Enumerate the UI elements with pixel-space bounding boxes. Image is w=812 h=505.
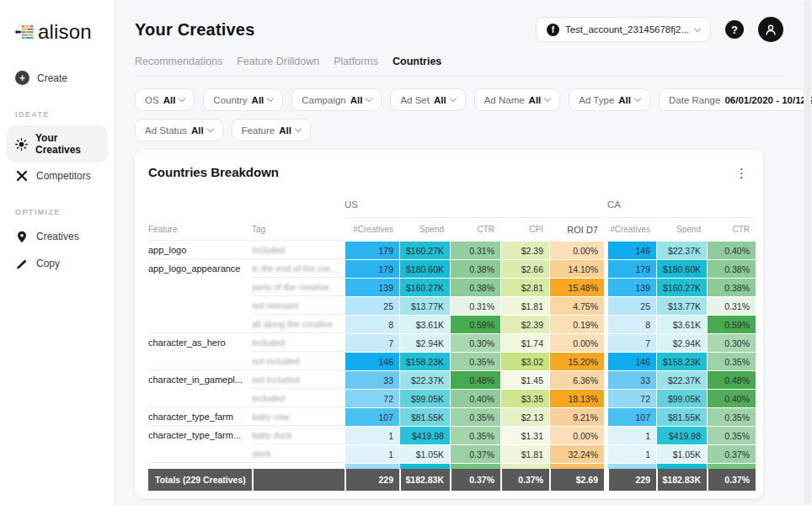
heatmap-cell: 0.31%	[707, 296, 756, 315]
group-header-ca: CA	[607, 199, 756, 218]
filter-row-2: Ad StatusAllFeatureAll	[135, 119, 785, 141]
heatmap-cell-partial	[450, 463, 500, 469]
heatmap-cell: 0.35%	[707, 352, 756, 370]
filter-label: Ad Status	[145, 125, 187, 136]
heatmap-cell: 0.37%	[707, 444, 756, 463]
heatmap-cell: 139	[607, 278, 656, 296]
heatmap-cell: 8	[345, 315, 399, 333]
heatmap-cell: 0.35%	[450, 407, 500, 426]
heatmap-cell: 0.48%	[450, 370, 500, 389]
filter-chip-country[interactable]: CountryAll	[203, 88, 283, 111]
column-header--creatives[interactable]: #Creatives	[607, 225, 656, 234]
sidebar-section-label: IDEATE	[15, 110, 115, 119]
chevron-down-icon	[267, 95, 274, 102]
tab-feature-drilldown[interactable]: Feature Drilldown	[237, 56, 319, 76]
tab-platforms[interactable]: Platforms	[334, 56, 378, 76]
vertical-scrollbar[interactable]	[804, 0, 811, 505]
help-button[interactable]: ?	[725, 20, 744, 39]
heatmap-cell: 179	[345, 241, 399, 259]
filter-label: Campaign	[302, 95, 345, 105]
sidebar-item-your-creatives[interactable]: Your Creatives	[7, 125, 108, 162]
filter-chip-os[interactable]: OSAll	[135, 88, 195, 111]
heatmap-cell: $22.37K	[399, 370, 450, 389]
heatmap-cell-partial	[345, 463, 399, 469]
heatmap-cell: 0.38%	[707, 259, 756, 278]
heatmap-cell: $180.60K	[399, 259, 450, 278]
filter-label: Ad Type	[579, 95, 614, 105]
column-header-spend[interactable]: Spend	[656, 225, 707, 234]
heatmap-cell: 0.30%	[707, 333, 756, 352]
feature-cell	[148, 278, 252, 296]
filter-chip-ad-name[interactable]: Ad NameAll	[474, 88, 561, 111]
account-selector[interactable]: f Test_account_23145678fj2...	[536, 17, 711, 42]
heatmap-cell: $1.74	[500, 333, 549, 352]
tab-recommendations[interactable]: Recommendations	[135, 56, 222, 76]
column-header-cpi[interactable]: CPI	[500, 225, 549, 234]
heatmap-cell: 0.31%	[450, 296, 500, 315]
tab-countries[interactable]: Countries	[393, 56, 441, 76]
heatmap-cell: 0.31%	[450, 241, 500, 259]
column-header-roi-d7[interactable]: ROI D7	[549, 225, 604, 235]
date-range-filter[interactable]: Date Range 06/01/2020 - 10/12/2020	[659, 88, 812, 111]
sidebar-item-label: Creatives	[36, 231, 79, 242]
kebab-menu-icon[interactable]: ⋮	[732, 165, 751, 181]
heatmap-cell: $81.55K	[656, 407, 707, 426]
pin-icon	[15, 230, 29, 243]
column-header-spend[interactable]: Spend	[399, 225, 450, 234]
sidebar-item-label: Your Creatives	[35, 132, 99, 156]
account-name: Test_account_23145678fj2...	[565, 24, 689, 35]
heatmap-cell: 0.40%	[707, 389, 756, 407]
feature-cell: app_logo_appearance	[148, 259, 252, 278]
x-icon	[15, 169, 29, 183]
column-header-ctr[interactable]: CTR	[707, 225, 756, 234]
pen-icon	[15, 257, 29, 270]
tag-cell: baby duck	[252, 426, 345, 444]
totals-cell: 229	[345, 469, 399, 491]
heatmap-cell: 9.21%	[549, 407, 604, 426]
create-button[interactable]: + Create	[7, 64, 108, 92]
heatmap-cell: 25	[345, 296, 399, 315]
table-row: character_type_farm...baby duck1$419.980…	[148, 426, 763, 444]
filter-chip-ad-status[interactable]: Ad StatusAll	[135, 119, 223, 141]
filter-chip-ad-type[interactable]: Ad TypeAll	[569, 88, 650, 111]
heatmap-cell-partial	[607, 463, 656, 469]
topbar: Your Creatives f Test_account_23145678fj…	[116, 0, 804, 42]
heatmap-cell: 0.38%	[450, 278, 500, 296]
heatmap-cell: $2.13	[500, 407, 549, 426]
column-header-ctr[interactable]: CTR	[450, 225, 500, 234]
heatmap-cell: $22.37K	[656, 241, 707, 259]
filter-chip-campaign[interactable]: CampaignAll	[291, 88, 382, 111]
heatmap-cell: 0.40%	[450, 389, 500, 407]
heatmap-cell: 107	[345, 407, 399, 426]
feature-cell	[148, 315, 252, 333]
logo-text: alison	[38, 20, 92, 44]
feature-cell	[148, 389, 252, 407]
heatmap-cell: 1	[345, 426, 399, 444]
heatmap-cell: $3.02	[500, 352, 549, 370]
column-header--creatives[interactable]: #Creatives	[345, 225, 399, 234]
card-title: Countries Breakdown	[148, 165, 279, 179]
filter-value: All	[279, 125, 291, 136]
sidebar-item-creatives[interactable]: Creatives	[7, 223, 108, 250]
sidebar-item-competitors[interactable]: Competitors	[7, 162, 108, 189]
filter-chip-ad-set[interactable]: Ad SetAll	[390, 88, 465, 111]
date-range-value: 06/01/2020 - 10/12/2020	[724, 95, 812, 105]
create-label: Create	[37, 72, 67, 84]
heatmap-cell: $2.81	[500, 278, 549, 296]
chevron-down-icon	[366, 95, 372, 102]
filter-chip-feature[interactable]: FeatureAll	[232, 119, 311, 141]
heatmap-cell: $1.81	[500, 444, 549, 463]
heatmap-cell: 8	[607, 315, 656, 333]
column-header-feature[interactable]: Feature	[148, 218, 252, 241]
heatmap-cell: $2.94K	[399, 333, 450, 352]
table-row: app_logoincluded179$160.27K0.31%$2.390.0…	[148, 241, 763, 259]
heatmap-cell-partial	[399, 463, 450, 469]
heatmap-cell: 0.35%	[707, 407, 756, 426]
filter-label: Ad Set	[400, 95, 430, 105]
avatar[interactable]	[758, 17, 783, 42]
heatmap-cell: $419.98	[399, 426, 450, 444]
sidebar-item-copy[interactable]: Copy	[7, 250, 108, 277]
table-row: not relevant25$13.77K0.31%$1.814.75%25$1…	[148, 296, 763, 315]
column-header-tag[interactable]: Tag	[252, 218, 345, 241]
app-root: alison + Create IDEATEYour CreativesComp…	[0, 0, 812, 505]
